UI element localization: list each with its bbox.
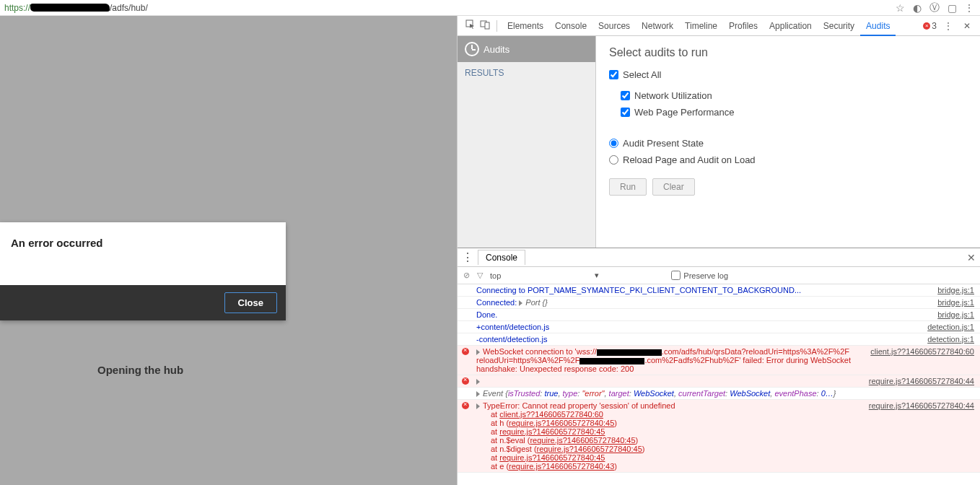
tab-network[interactable]: Network (636, 16, 679, 36)
star-icon[interactable]: ☆ (893, 1, 906, 14)
expand-icon[interactable] (519, 300, 522, 306)
page-perf-checkbox[interactable]: Web Page Performance (621, 104, 967, 121)
source-link[interactable]: client.js??1466065727840:60 (863, 347, 974, 356)
drawer-menu-icon[interactable]: ⋮ (462, 250, 475, 264)
console-filter-bar: ⊘ ▽ top ▾ Preserve log (458, 267, 980, 284)
audit-present-radio[interactable]: Audit Present State (609, 135, 967, 152)
audits-header: Audits (458, 36, 595, 62)
source-link[interactable]: require.js?1466065727840:45 (509, 419, 614, 427)
expand-icon[interactable] (476, 349, 480, 355)
source-link[interactable]: require.js?1466065727840:44 (862, 401, 974, 410)
clear-console-icon[interactable]: ⊘ (463, 271, 470, 280)
devtools-panel: Elements Console Sources Network Timelin… (457, 16, 980, 485)
source-link[interactable]: require.js?1466065727840:45 (499, 453, 605, 462)
log-entry: -content/detection.js detection.js:1 (458, 333, 980, 346)
clock-icon (465, 42, 479, 56)
source-link[interactable]: require.js?1466065727840:45 (537, 445, 642, 453)
modal-title: An error occurred (0, 222, 286, 285)
tab-console[interactable]: Console (549, 16, 592, 36)
url-redacted (30, 4, 110, 12)
source-link[interactable]: bridge.js:1 (930, 298, 974, 307)
devtools-menu-icon[interactable]: ⋮ (941, 21, 955, 31)
device-icon[interactable] (478, 19, 492, 32)
error-badge[interactable]: ×3 (923, 21, 937, 31)
source-link[interactable]: client.js??1466065727840:60 (499, 410, 603, 419)
console-log-area[interactable]: Connecting to PORT_NAME_SYMANTEC_PKI_CLI… (458, 284, 980, 485)
source-link[interactable]: require.js?1466065727840:44 (862, 377, 974, 385)
clear-button[interactable]: Clear (652, 178, 695, 196)
tab-profiles[interactable]: Profiles (723, 16, 764, 36)
url-scheme: https:// (4, 3, 30, 13)
extension-icon-3[interactable]: ▢ (945, 1, 958, 14)
console-drawer: ⋮ Console ✕ ⊘ ▽ top ▾ Preserve log Conne… (458, 248, 980, 485)
reload-audit-radio[interactable]: Reload Page and Audit on Load (609, 152, 967, 168)
audits-sidebar: Audits RESULTS (458, 36, 596, 248)
source-link[interactable]: require.js?1466065727840:43 (509, 462, 614, 471)
filter-icon[interactable]: ▽ (477, 271, 483, 280)
expand-icon[interactable] (476, 403, 480, 409)
page-viewport: An error occurred Close Opening the hub (0, 16, 457, 485)
url-redacted (579, 358, 644, 364)
run-button[interactable]: Run (609, 178, 647, 196)
log-entry-error: require.js?1466065727840:44 (458, 375, 980, 388)
drawer-tabs: ⋮ Console ✕ (458, 248, 980, 267)
audits-config: Select audits to run Select All Network … (596, 36, 980, 248)
svg-rect-2 (485, 22, 489, 29)
expand-icon[interactable] (476, 379, 480, 385)
audits-panel: Audits RESULTS Select audits to run Sele… (458, 36, 980, 248)
log-entry: Connected: Port {} bridge.js:1 (458, 297, 980, 309)
source-link[interactable]: bridge.js:1 (930, 286, 974, 294)
audits-title: Select audits to run (609, 46, 967, 59)
drawer-close-icon[interactable]: ✕ (967, 252, 976, 263)
close-button[interactable]: Close (224, 292, 277, 313)
devtools-close-icon[interactable]: ✕ (960, 21, 974, 31)
extension-icon-2[interactable]: Ⓥ (928, 1, 941, 14)
log-entry: Connecting to PORT_NAME_SYMANTEC_PKI_CLI… (458, 284, 980, 297)
tab-elements[interactable]: Elements (502, 16, 549, 36)
error-modal: An error occurred Close (0, 222, 286, 320)
dropdown-icon[interactable]: ▾ (595, 271, 599, 280)
page-status: Opening the hub (97, 364, 183, 376)
tab-sources[interactable]: Sources (592, 16, 636, 36)
audits-results-heading: RESULTS (458, 62, 595, 84)
preserve-log-checkbox[interactable]: Preserve log (671, 271, 728, 280)
extension-icon-1[interactable]: ◐ (911, 1, 924, 14)
context-selector[interactable]: top (490, 271, 501, 280)
expand-icon[interactable] (476, 391, 480, 397)
url-path: /adfs/hub/ (110, 3, 148, 13)
log-entry-error: WebSocket connection to 'wss://.com/adfs… (458, 346, 980, 375)
tab-security[interactable]: Security (818, 16, 860, 36)
url-bar[interactable]: https:// /adfs/hub/ ☆ ◐ Ⓥ ▢ ⋮ (0, 0, 980, 16)
tab-timeline[interactable]: Timeline (679, 16, 723, 36)
devtools-toolbar: Elements Console Sources Network Timelin… (458, 16, 980, 36)
inspect-icon[interactable] (463, 19, 478, 32)
source-link[interactable]: require.js?1466065727840:45 (499, 427, 605, 436)
log-entry: +content/detection.js detection.js:1 (458, 321, 980, 333)
source-link[interactable]: detection.js:1 (920, 335, 974, 344)
log-entry-error: TypeError: Cannot read property 'session… (458, 400, 980, 473)
tab-application[interactable]: Application (764, 16, 818, 36)
log-entry: Done. bridge.js:1 (458, 309, 980, 321)
url-redacted (597, 349, 662, 356)
tab-audits[interactable]: Audits (860, 16, 896, 36)
drawer-tab-console[interactable]: Console (478, 250, 525, 265)
source-link[interactable]: require.js?1466065727840:45 (530, 436, 635, 445)
browser-menu-icon[interactable]: ⋮ (963, 1, 976, 14)
source-link[interactable]: bridge.js:1 (930, 310, 974, 319)
source-link[interactable]: detection.js:1 (920, 323, 974, 331)
network-util-checkbox[interactable]: Network Utilization (621, 87, 967, 104)
select-all-checkbox[interactable]: Select All (609, 66, 967, 83)
log-entry: Event {isTrusted: true, type: "error", t… (458, 388, 980, 400)
